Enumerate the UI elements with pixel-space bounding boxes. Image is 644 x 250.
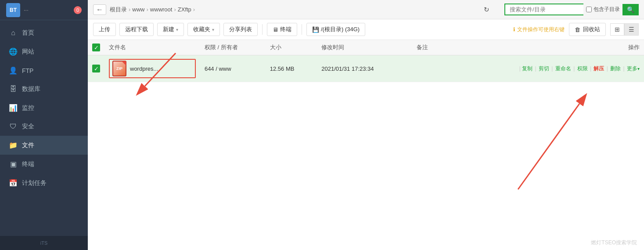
upload-button[interactable]: 上传 — [93, 23, 116, 36]
file-name-border: ZIP wordpres... — [109, 59, 196, 78]
col-filename: 文件名 — [104, 40, 200, 55]
view-toggle: ⊞ ☰ — [610, 23, 639, 36]
row-permissions-cell: 644 / www — [200, 55, 266, 82]
recycle-bin-button[interactable]: 🗑 回收站 — [569, 23, 606, 36]
action-rename[interactable]: 重命名 — [555, 65, 571, 72]
sidebar-item-home-label: 首页 — [22, 29, 34, 37]
toolbar-separator-1 — [262, 24, 263, 35]
action-cut[interactable]: 剪切 — [539, 65, 549, 72]
toolbar-right: ℹ 文件操作可使用右键 🗑 回收站 ⊞ ☰ — [513, 23, 639, 36]
terminal-button[interactable]: 🖥 终端 — [267, 23, 297, 36]
sidebar-item-monitor[interactable]: 📊 监控 — [0, 98, 88, 117]
website-icon: 🌐 — [9, 47, 18, 56]
col-permissions: 权限 / 所有者 — [200, 40, 266, 55]
sidebar-item-files-label: 文件 — [22, 141, 34, 149]
breadcrumb-www[interactable]: www — [132, 6, 144, 13]
notification-badge[interactable]: 0 — [74, 6, 82, 14]
breadcrumb-wwwroot[interactable]: wwwroot — [150, 6, 173, 13]
terminal-icon: ▣ — [9, 160, 18, 168]
row-modified-cell: 2021/01/31 17:23:34 — [317, 55, 412, 82]
sidebar-item-ftp-label: FTP — [22, 67, 33, 74]
recycle-label: 回收站 — [583, 25, 600, 33]
col-size: 大小 — [266, 40, 317, 55]
action-sep-2: | — [551, 65, 554, 72]
include-subdirs-checkbox[interactable] — [586, 7, 592, 12]
svg-line-2 — [518, 104, 579, 189]
action-copy[interactable]: 复制 — [522, 65, 532, 72]
sidebar-item-database-label: 数据库 — [22, 85, 40, 93]
sidebar-item-home[interactable]: ⌂ 首页 — [0, 24, 88, 42]
favorites-label: 收藏夹 — [193, 25, 210, 33]
row-notes-cell — [412, 55, 443, 82]
refresh-button[interactable]: ↻ — [481, 5, 492, 14]
remote-download-button[interactable]: 远程下载 — [119, 23, 154, 36]
action-extract[interactable]: 解压 — [594, 65, 604, 72]
action-delete[interactable]: 删除 — [610, 65, 621, 72]
action-sep-6: | — [623, 65, 626, 72]
file-table-container: ✓ 文件名 权限 / 所有者 大小 修改时间 备注 操作 ✓ — [88, 40, 644, 250]
breadcrumb-zxftp[interactable]: ZXftp — [178, 6, 191, 13]
breadcrumb-bar: ← 根目录 › www › wwwroot › ZXftp › ↻ 包含子目录 … — [88, 0, 644, 19]
search-button[interactable]: 🔍 — [622, 4, 639, 15]
sidebar-item-terminal[interactable]: ▣ 终端 — [0, 155, 88, 174]
remote-download-label: 远程下载 — [125, 25, 148, 33]
action-sep-1: | — [535, 65, 538, 72]
favorites-chevron-icon: ▾ — [212, 27, 214, 32]
sidebar-item-tasks-label: 计划任务 — [22, 179, 47, 187]
file-tip-label: 文件操作可使用右键 — [517, 26, 565, 33]
terminal-label: 终端 — [280, 25, 291, 33]
database-icon: 🗄 — [9, 85, 18, 93]
sidebar-title: ··· — [24, 7, 29, 13]
row-checkbox-cell[interactable]: ✓ — [88, 55, 104, 82]
sidebar-item-security[interactable]: 🛡 安全 — [0, 117, 88, 136]
main-content: ← 根目录 › www › wwwroot › ZXftp › ↻ 包含子目录 … — [88, 0, 644, 250]
toolbar-separator-2 — [302, 24, 302, 35]
disk-label: /(根目录) (34G) — [321, 25, 360, 33]
sidebar-item-security-label: 安全 — [22, 123, 34, 130]
action-more[interactable]: 更多▾ — [627, 65, 640, 72]
row-checkbox[interactable]: ✓ — [92, 65, 100, 72]
select-all-checkbox[interactable]: ✓ — [92, 43, 100, 51]
upload-label: 上传 — [99, 25, 110, 33]
list-view-button[interactable]: ☰ — [624, 23, 639, 36]
info-icon: ℹ — [513, 26, 515, 33]
select-all-cell[interactable]: ✓ — [88, 40, 104, 55]
search-input[interactable] — [504, 4, 583, 15]
file-actions: | 复制 | 剪切 | 重命名 | 权限 | 解压 | 删除 — [519, 65, 640, 72]
more-chevron-icon: ▾ — [637, 66, 640, 71]
breadcrumb-sep-4: › — [193, 6, 195, 13]
tasks-icon: 📅 — [9, 179, 18, 187]
files-icon: 📁 — [9, 141, 18, 149]
action-permissions[interactable]: 权限 — [577, 65, 588, 72]
watermark: 燃灯TSEO搜索学院 — [591, 239, 637, 246]
sidebar-item-website[interactable]: 🌐 网站 — [0, 42, 88, 61]
grid-view-button[interactable]: ⊞ — [610, 23, 624, 36]
home-icon: ⌂ — [9, 29, 18, 37]
action-sep-5: | — [607, 65, 609, 72]
terminal-btn-icon: 🖥 — [273, 26, 278, 33]
row-actions-cell: | 复制 | 剪切 | 重命名 | 权限 | 解压 | 删除 — [443, 55, 644, 82]
file-table: ✓ 文件名 权限 / 所有者 大小 修改时间 备注 操作 ✓ — [88, 40, 644, 82]
sidebar-item-files[interactable]: 📁 文件 — [0, 136, 88, 155]
sidebar: BT ··· 0 ⌂ 首页 🌐 网站 👤 FTP 🗄 数据库 📊 监控 🛡 安全 — [0, 0, 88, 250]
sidebar-item-ftp[interactable]: 👤 FTP — [0, 61, 88, 80]
file-name-text[interactable]: wordpres... — [130, 65, 158, 72]
file-tip-text: ℹ 文件操作可使用右键 — [513, 26, 565, 33]
breadcrumb-root[interactable]: 根目录 — [110, 6, 127, 14]
action-sep-4: | — [590, 65, 593, 72]
new-button[interactable]: 新建 ▾ — [157, 23, 184, 36]
disk-info-button[interactable]: 💾 /(根目录) (34G) — [306, 23, 365, 36]
col-modified: 修改时间 — [317, 40, 412, 55]
table-header: ✓ 文件名 权限 / 所有者 大小 修改时间 备注 操作 — [88, 40, 644, 55]
ftp-icon: 👤 — [9, 66, 18, 75]
back-button[interactable]: ← — [93, 4, 106, 15]
monitor-icon: 📊 — [9, 104, 18, 112]
share-list-button[interactable]: 分享列表 — [223, 23, 258, 36]
sidebar-item-tasks[interactable]: 📅 计划任务 — [0, 174, 88, 192]
favorites-button[interactable]: 收藏夹 ▾ — [187, 23, 220, 36]
sidebar-item-database[interactable]: 🗄 数据库 — [0, 80, 88, 98]
file-type-label: ZIP — [116, 66, 122, 71]
file-list: ✓ ZIP wordpres... 644 / www 12.56 MB 202… — [88, 55, 644, 82]
breadcrumb-sep-2: › — [147, 6, 148, 13]
search-area: 包含子目录 🔍 — [504, 4, 639, 15]
